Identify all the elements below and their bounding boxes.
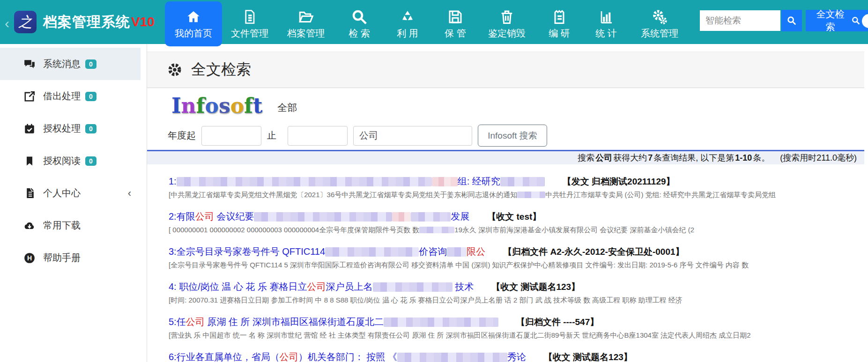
result-tag: 【收文 测试题名123】 [491, 282, 580, 292]
logo-letter: n [181, 94, 196, 118]
year-from-label: 年度起 [168, 129, 196, 142]
calendar-check-icon [23, 123, 36, 135]
collapse-chevron-icon[interactable]: ‹ [5, 16, 9, 30]
tab-search[interactable]: 检 索 [337, 1, 381, 46]
tab-label: 鉴定销毁 [488, 27, 526, 40]
year-to-label: 止 [267, 129, 276, 142]
app-version: V10 [131, 15, 155, 30]
sidebar-item-label: 系统消息 [43, 58, 81, 70]
results-list: 1:组: 经研究【发文 归档测试20211129】[中共黑龙江省烟草专卖局党组文… [147, 164, 864, 362]
gears-icon [651, 8, 668, 25]
search-time: (搜索用时211.0毫秒) [780, 152, 857, 163]
result-item: 6:行业各直属单位，省局（公司）机关各部门： 按照 《秀论【收文 测试题名123… [169, 351, 855, 362]
count-badge: 0 [85, 59, 96, 69]
redacted-blur [419, 227, 454, 233]
tab-clipboard[interactable]: 编 研 [537, 1, 582, 46]
result-tag: 【归档文件 A2-永久-2012-安全保卫处-0001】 [503, 247, 684, 257]
search-engine-header: Infosoft 全部 [147, 92, 864, 116]
redacted-blur [384, 318, 498, 327]
search-icon [851, 16, 861, 25]
logo-letter: o [230, 94, 244, 118]
panel-header: 全文检索 [147, 52, 864, 88]
sidebar-item[interactable]: H帮助手册 [0, 242, 141, 274]
redacted-blur [397, 353, 507, 362]
sidebar-item[interactable]: 个人中心‹ [0, 177, 141, 209]
sidebar-item-label: 帮助手册 [43, 251, 81, 264]
highlighted-term: 限公 [467, 246, 485, 257]
result-title-link[interactable]: 3:全宗号目录号家卷号件号 QFTIC114价咨询限公【归档文件 A2-永久-2… [169, 245, 855, 258]
results-stats-bar: 搜索 公司 获得大约 7 条查询结果, 以下是第 1-10 条。 (搜索用时21… [147, 150, 864, 164]
search-button[interactable] [781, 10, 802, 31]
sidebar-item-label: 常用下载 [43, 219, 81, 232]
result-tag: 【收文 test】 [487, 212, 541, 222]
result-item: 3:全宗号目录号家卷号件号 QFTIC114价咨询限公【归档文件 A2-永久-2… [169, 245, 855, 270]
redacted-blur [432, 177, 458, 186]
redacted-blur [254, 212, 392, 222]
result-item: 2:有限公司 会议纪要发展【收文 test】[ 000000001 000000… [169, 210, 855, 235]
result-title-link[interactable]: 4: 职位/岗位 温 心 花 乐 赛格日立公司深户员上名 技术【收文 测试题名1… [169, 281, 855, 293]
result-title-link[interactable]: 2:有限公司 会议纪要发展【收文 test】 [169, 210, 855, 223]
main-panel: 全文检索 Infosoft 全部 年度起 止 Infosoft 搜索 搜索 公司… [147, 44, 864, 362]
result-count: 7 [648, 153, 653, 163]
sidebar-item[interactable]: 借出处理0 [0, 80, 141, 112]
redacted-blur [373, 282, 453, 292]
redacted-blur [392, 212, 411, 222]
home-icon [186, 8, 201, 25]
scope-label: 全部 [277, 101, 297, 114]
tab-chart[interactable]: 统 计 [585, 1, 628, 46]
infosoft-search-button[interactable]: Infosoft 搜索 [478, 125, 547, 147]
highlighted-term: 公司 [186, 317, 205, 327]
result-item: 5:任公司 原湖 住 所 深圳市福田区福保街道石厦北二【归档文件 ----547… [169, 316, 855, 340]
help-icon: H [23, 252, 36, 264]
trash-icon [498, 8, 515, 25]
sidebar-item[interactable]: 授权阅读0 [0, 145, 141, 177]
tab-home[interactable]: 我的首页 [165, 1, 222, 46]
smart-search-input[interactable] [700, 10, 780, 31]
tab-label: 保 管 [445, 27, 466, 40]
tab-label: 编 研 [549, 27, 570, 40]
count-badge: 0 [85, 124, 96, 133]
fulltext-search-button[interactable]: 全文检索 [806, 10, 868, 31]
document-icon [23, 187, 36, 199]
tab-trash[interactable]: 鉴定销毁 [480, 1, 534, 46]
tab-label: 利 用 [397, 27, 418, 40]
redacted-blur [411, 212, 451, 222]
tab-file[interactable]: 文件管理 [225, 1, 274, 46]
result-tag: 【发文 归档测试20211129】 [563, 177, 675, 186]
keyword-input[interactable] [353, 126, 472, 146]
tab-folder-open[interactable]: 档案管理 [277, 1, 334, 46]
tab-label: 统 计 [595, 27, 617, 40]
redacted-blur [447, 247, 467, 257]
bookmark-icon [23, 155, 36, 167]
tab-label: 档案管理 [287, 27, 325, 40]
result-snippet: [中共黑龙江省烟草专卖局党组文件黑烟党〔2021〕36号中共黑龙江省烟草专卖局党… [169, 191, 862, 199]
logo-letter: f [196, 94, 205, 118]
brand: ‹ 之 档案管理系统 V10 [5, 0, 155, 44]
tab-save[interactable]: 保 管 [434, 1, 477, 46]
chevron-left-icon[interactable]: ‹ [128, 187, 131, 199]
year-from-input[interactable] [201, 126, 261, 146]
sidebar-item[interactable]: 系统消息0 [0, 48, 141, 80]
search-form: 年度起 止 Infosoft 搜索 [147, 125, 864, 147]
year-to-input[interactable] [288, 126, 348, 146]
tab-label: 系统管理 [641, 27, 678, 40]
result-title-link[interactable]: 6:行业各直属单位，省局（公司）机关各部门： 按照 《秀论【收文 测试题名123… [169, 351, 855, 362]
highlighted-term: 公司 [280, 352, 298, 362]
tab-gears[interactable]: 系统管理 [631, 1, 689, 46]
logo-letter: t [253, 94, 262, 118]
highlighted-term: 公司 [195, 211, 214, 222]
redacted-blur [325, 247, 419, 257]
top-bar: ‹ 之 档案管理系统 V10 我的首页文件管理档案管理检 索利 用保 管鉴定销毁… [0, 0, 868, 44]
result-item: 1:组: 经研究【发文 归档测试20211129】[中共黑龙江省烟草专卖局党组文… [169, 175, 855, 199]
app-logo: 之 [14, 11, 37, 33]
result-title-link[interactable]: 1:组: 经研究【发文 归档测试20211129】 [169, 175, 855, 188]
sidebar-item[interactable]: 授权处理0 [0, 112, 141, 145]
save-icon [447, 8, 464, 25]
sidebar-item[interactable]: 常用下载 [0, 209, 141, 242]
search-icon [786, 15, 797, 26]
result-snippet: [ 000000001 000000002 000000003 00000000… [169, 226, 862, 235]
app-title: 档案管理系统 [43, 13, 130, 32]
chart-icon [599, 8, 614, 25]
tab-recycle[interactable]: 利 用 [384, 1, 431, 46]
result-title-link[interactable]: 5:任公司 原湖 住 所 深圳市福田区福保街道石厦北二【归档文件 ----547… [169, 316, 855, 328]
